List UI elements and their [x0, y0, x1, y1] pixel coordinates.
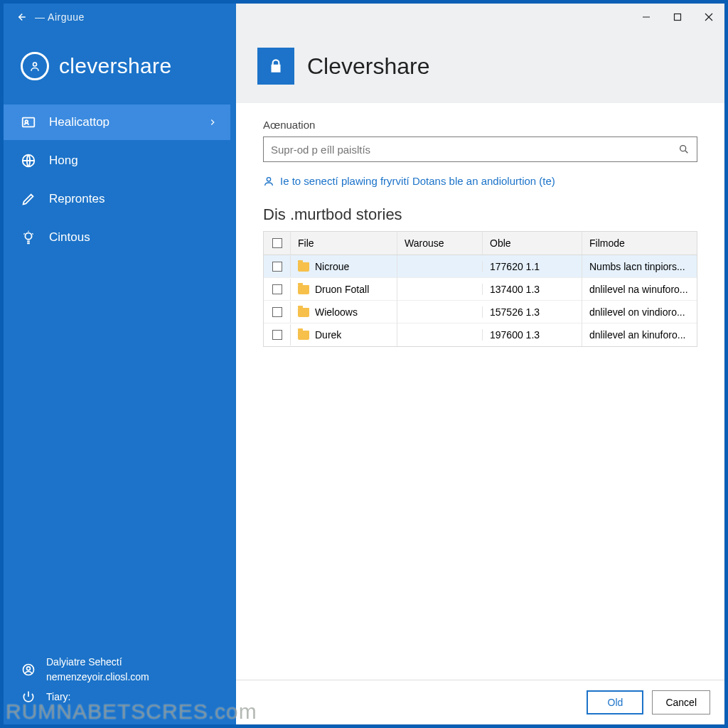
sidebar: clevershare Healicattop Hong: [4, 31, 236, 724]
sidebar-item-label: Reprontes: [49, 192, 105, 206]
row-checkbox[interactable]: [272, 284, 282, 294]
title-bar-left: — Airguue: [4, 4, 236, 31]
footer-line2: nemenzeyoir.cliosl.com: [46, 670, 149, 685]
maximize-button[interactable]: [662, 4, 693, 31]
cell-filmode: dnlilevel an kinuforo...: [582, 323, 697, 346]
svg-point-14: [267, 177, 270, 181]
pen-icon: [21, 191, 36, 207]
hint-text: Ie to senectí plawing fryrvití Dotans bl…: [280, 175, 555, 187]
sidebar-item-label: Hong: [49, 154, 78, 168]
chevron-right-icon: [208, 117, 218, 127]
sidebar-item-hong[interactable]: Hong: [4, 143, 230, 178]
footer-line1: Dalyiatre Sehectí: [46, 655, 149, 670]
main-header: Clevershare: [236, 31, 724, 103]
col-check[interactable]: [264, 232, 291, 255]
dialog-footer: Old Cancel: [236, 680, 724, 724]
sidebar-footer: Dalyiatre Sehectí nemenzeyoir.cliosl.com…: [4, 638, 236, 724]
svg-point-12: [680, 146, 686, 151]
row-checkbox[interactable]: [272, 330, 282, 340]
page-title: Clevershare: [307, 53, 430, 80]
row-checkbox[interactable]: [272, 262, 282, 272]
power-icon: [21, 689, 36, 705]
header-tile: [257, 48, 294, 85]
cell-filmode: dnlilevel na winuforo...: [582, 278, 697, 301]
svg-rect-2: [675, 14, 681, 21]
svg-point-11: [27, 667, 31, 670]
sidebar-item-cintous[interactable]: Cintous: [4, 220, 230, 255]
person-small-icon: [263, 176, 274, 187]
app-window: — Airguue clevershare: [3, 3, 725, 725]
svg-rect-6: [23, 118, 35, 127]
row-checkbox[interactable]: [272, 307, 282, 317]
sidebar-item-label: Healicattop: [49, 115, 109, 129]
checkbox-icon: [272, 238, 282, 248]
cancel-button[interactable]: Cancel: [652, 690, 710, 714]
cell-warouse: [397, 284, 483, 295]
topbar-subtitle: — Airguue: [35, 11, 85, 23]
brand: clevershare: [4, 31, 236, 105]
table-row[interactable]: Wieloows 157526 1.3 dnlilevel on vindior…: [264, 301, 697, 323]
cell-filmode: dnlilevel on vindioro...: [582, 301, 697, 323]
brand-text: clevershare: [59, 54, 171, 78]
sidebar-item-label: Cintous: [49, 230, 90, 245]
search-box[interactable]: [263, 136, 697, 162]
cell-oble: 177620 1.1: [483, 255, 582, 278]
svg-point-9: [25, 233, 31, 240]
section-title: Dis .murtbod stories: [263, 205, 697, 224]
table-row[interactable]: Nicroue 177620 1.1 Numbs lacn tinpiors..…: [264, 255, 697, 278]
cell-warouse: [397, 329, 483, 341]
cell-oble: 137400 1.3: [483, 278, 582, 301]
maximize-icon: [673, 13, 682, 21]
svg-point-7: [25, 120, 28, 123]
col-filmode[interactable]: Filmode: [582, 232, 697, 255]
search-input[interactable]: [271, 144, 678, 156]
sidebar-nav: Healicattop Hong Reprontes: [4, 105, 236, 255]
title-bar: — Airguue: [4, 4, 724, 31]
footer-account-text: Dalyiatre Sehectí nemenzeyoir.cliosl.com: [46, 655, 149, 685]
folder-icon: [298, 262, 309, 272]
minimize-icon: [642, 13, 651, 21]
folder-icon: [298, 331, 309, 340]
folder-icon: [298, 285, 309, 294]
col-file[interactable]: File: [291, 232, 397, 255]
footer-line3: Tiary:: [46, 690, 70, 705]
cell-file: Nicroue: [315, 261, 349, 272]
minimize-button[interactable]: [631, 4, 662, 31]
cell-warouse: [397, 306, 483, 318]
arrow-left-icon: [14, 11, 27, 23]
ok-button[interactable]: Old: [587, 690, 643, 714]
col-warouse[interactable]: Warouse: [397, 232, 483, 255]
sidebar-item-reprontes[interactable]: Reprontes: [4, 181, 230, 217]
close-icon: [705, 13, 713, 21]
globe-icon: [21, 153, 36, 168]
brand-icon: [21, 52, 49, 80]
user-card-icon: [21, 114, 36, 130]
cell-file: Durek: [315, 329, 341, 341]
table-row[interactable]: Druon Fotall 137400 1.3 dnlilevel na win…: [264, 278, 697, 301]
cell-file: Druon Fotall: [315, 284, 369, 295]
account-icon: [21, 662, 36, 678]
hint-link[interactable]: Ie to senectí plawing fryrvití Dotans bl…: [263, 175, 697, 187]
search-icon[interactable]: [678, 144, 690, 155]
lock-icon: [267, 57, 285, 75]
close-button[interactable]: [693, 4, 724, 31]
main-panel: Clevershare Aœnuation Ie to senectí plaw…: [236, 31, 724, 724]
back-button[interactable]: [11, 7, 31, 27]
col-oble[interactable]: Oble: [483, 232, 582, 255]
cell-oble: 157526 1.3: [483, 301, 582, 323]
title-bar-right: [236, 4, 724, 31]
window-body: clevershare Healicattop Hong: [4, 31, 724, 724]
cell-warouse: [397, 261, 483, 272]
file-table: File Warouse Oble Filmode Nicroue 177620…: [263, 231, 697, 347]
cell-file: Wieloows: [315, 306, 358, 318]
svg-point-5: [33, 63, 37, 66]
folder-icon: [298, 308, 309, 317]
bulb-icon: [21, 230, 36, 245]
sidebar-item-healicattop[interactable]: Healicattop: [4, 105, 230, 140]
table-row[interactable]: Durek 197600 1.3 dnlilevel an kinuforo..…: [264, 323, 697, 346]
table-header: File Warouse Oble Filmode: [264, 232, 697, 255]
cell-filmode: Numbs lacn tinpiors...: [582, 255, 697, 278]
content: Aœnuation Ie to senectí plawing fryrvití…: [236, 103, 724, 680]
svg-line-13: [685, 151, 687, 153]
cell-oble: 197600 1.3: [483, 323, 582, 346]
